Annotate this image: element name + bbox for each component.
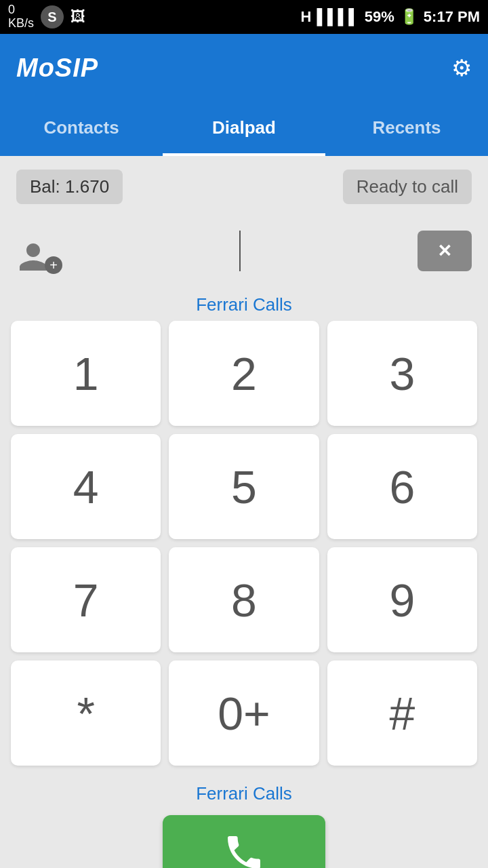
key-star[interactable]: * [11, 660, 161, 766]
keypad: 1 2 3 4 5 6 7 8 9 * 0+ # [0, 321, 488, 776]
settings-icon[interactable]: ⚙ [451, 54, 472, 81]
key-7[interactable]: 7 [11, 547, 161, 652]
tab-bar: Contacts Dialpad Recents [0, 102, 488, 156]
status-bar: 0KB/s S 🖼 H ▌▌▌▌ 59% 🔋 5:17 PM [0, 0, 488, 34]
add-plus-icon: + [45, 256, 62, 274]
key-9[interactable]: 9 [327, 547, 477, 652]
phone-icon [222, 831, 266, 868]
network-type: H [301, 8, 312, 26]
dialer-input-area: + ✕ [0, 217, 488, 285]
app-header: MoSIP ⚙ [0, 34, 488, 102]
cursor [239, 231, 241, 271]
backspace-button[interactable]: ✕ [418, 231, 472, 271]
provider-label-top: Ferrari Calls [0, 285, 488, 321]
key-6[interactable]: 6 [327, 434, 477, 539]
add-contact-button[interactable]: + [16, 228, 62, 274]
time: 5:17 PM [424, 8, 480, 26]
provider-label-bottom: Ferrari Calls [196, 783, 292, 804]
battery-icon: 🔋 [400, 8, 418, 26]
tab-recents[interactable]: Recents [325, 102, 488, 156]
image-icon: 🖼 [70, 8, 85, 26]
battery-level: 59% [365, 8, 394, 26]
key-8[interactable]: 8 [169, 547, 319, 652]
app-logo: MoSIP [16, 54, 98, 83]
key-0plus[interactable]: 0+ [169, 660, 319, 766]
kb-status: 0KB/s [8, 3, 34, 31]
tab-dialpad[interactable]: Dialpad [163, 102, 325, 156]
s-icon: S [41, 5, 64, 28]
call-button[interactable] [163, 815, 325, 868]
tab-contacts[interactable]: Contacts [0, 102, 163, 156]
bottom-call-area: Ferrari Calls [0, 776, 488, 868]
balance-badge: Bal: 1.670 [16, 170, 123, 204]
key-2[interactable]: 2 [169, 321, 319, 426]
info-bar: Bal: 1.670 Ready to call [0, 156, 488, 217]
signal-icon: ▌▌▌▌ [317, 8, 359, 26]
key-4[interactable]: 4 [11, 434, 161, 539]
phone-input[interactable] [73, 224, 407, 278]
key-3[interactable]: 3 [327, 321, 477, 426]
status-right: H ▌▌▌▌ 59% 🔋 5:17 PM [301, 8, 480, 26]
key-1[interactable]: 1 [11, 321, 161, 426]
ready-to-call-badge: Ready to call [343, 170, 472, 204]
key-hash[interactable]: # [327, 660, 477, 766]
key-5[interactable]: 5 [169, 434, 319, 539]
status-left: 0KB/s S 🖼 [8, 3, 85, 31]
